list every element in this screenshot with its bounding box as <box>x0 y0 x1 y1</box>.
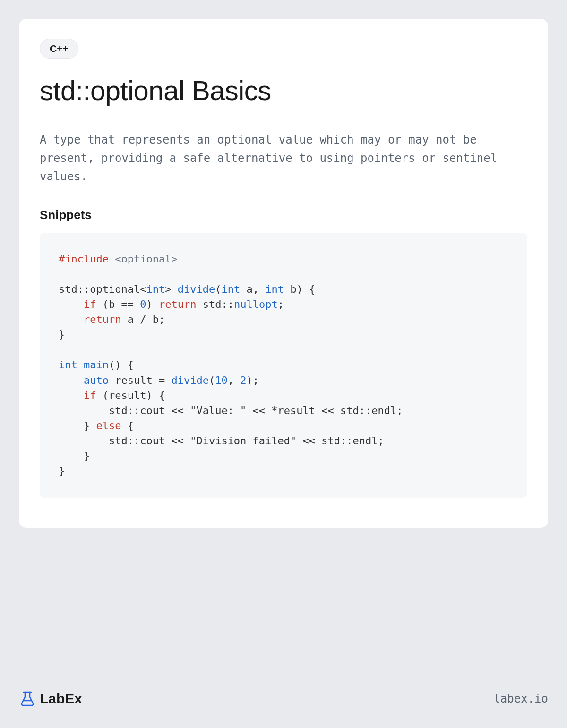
footer: LabEx labex.io <box>19 690 548 707</box>
code-snippet: #include <optional> std::optional<int> d… <box>40 233 527 498</box>
description-text: A type that represents an optional value… <box>40 131 527 186</box>
brand-url: labex.io <box>493 692 548 705</box>
flask-icon <box>19 690 36 707</box>
content-card: C++ std::optional Basics A type that rep… <box>19 19 548 528</box>
language-tag: C++ <box>40 39 78 59</box>
snippets-heading: Snippets <box>40 208 527 222</box>
brand-logo: LabEx <box>19 690 82 707</box>
brand-name: LabEx <box>40 691 82 707</box>
page-title: std::optional Basics <box>40 75 527 106</box>
